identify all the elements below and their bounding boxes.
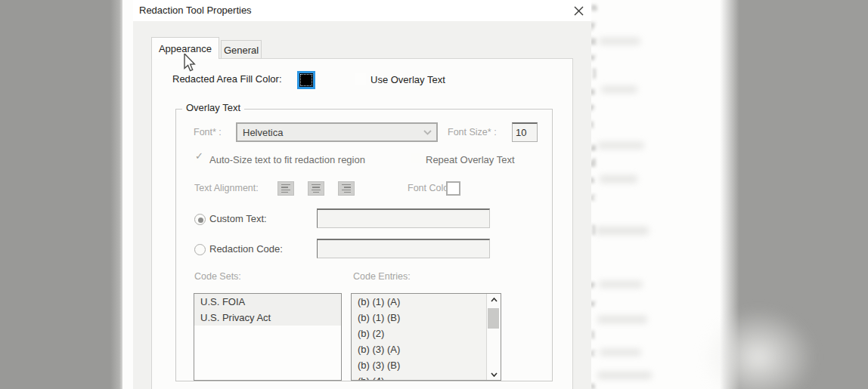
redaction-code-radio[interactable] bbox=[194, 244, 206, 255]
list-item[interactable]: (b) (3) (B) bbox=[352, 357, 487, 373]
close-button[interactable] bbox=[570, 2, 587, 19]
list-item[interactable]: (b) (3) (A) bbox=[352, 341, 487, 357]
list-item[interactable]: U.S. Privacy Act bbox=[194, 310, 341, 326]
font-size-input[interactable] bbox=[513, 124, 537, 141]
use-overlay-text-checkbox[interactable] bbox=[355, 73, 366, 85]
tab-general[interactable]: General bbox=[221, 40, 262, 59]
scrollbar-thumb[interactable] bbox=[488, 308, 499, 329]
autosize-label: Auto-Size text to fit redaction region bbox=[209, 154, 365, 165]
chevron-down-icon bbox=[491, 372, 498, 377]
overlay-text-group-title: Overlay Text bbox=[182, 102, 244, 113]
custom-text-input[interactable] bbox=[318, 210, 489, 227]
font-dropdown-value: Helvetica bbox=[237, 127, 418, 138]
blurred-text-smudge bbox=[599, 38, 640, 45]
autosize-checkbox[interactable]: ✓ bbox=[194, 153, 205, 163]
font-size-label: Font Size* : bbox=[448, 127, 497, 137]
code-sets-label: Code Sets: bbox=[194, 271, 241, 282]
fill-color-swatch[interactable] bbox=[297, 71, 315, 89]
text-alignment-label: Text Alignment: bbox=[194, 183, 259, 193]
repeat-overlay-label: Repeat Overlay Text bbox=[426, 154, 515, 165]
chevron-down-icon bbox=[418, 124, 436, 140]
list-item[interactable]: (b) (1) (A) bbox=[352, 294, 487, 310]
blurred-text-smudge bbox=[600, 349, 641, 356]
align-right-button[interactable] bbox=[338, 181, 355, 196]
list-item[interactable]: (b) (1) (B) bbox=[352, 310, 487, 326]
blurred-text-fragment: ] bbox=[591, 223, 595, 236]
repeat-overlay-checkbox[interactable] bbox=[411, 153, 421, 163]
scrollbar[interactable] bbox=[486, 294, 501, 380]
font-dropdown[interactable]: Helvetica bbox=[236, 122, 438, 142]
list-item[interactable]: (b) (4) bbox=[352, 373, 487, 380]
align-left-button[interactable] bbox=[277, 181, 294, 196]
redaction-code-label: Redaction Code: bbox=[209, 243, 283, 255]
scroll-up-button[interactable] bbox=[487, 294, 501, 305]
blurred-text-smudge bbox=[601, 86, 637, 93]
code-sets-listbox[interactable]: U.S. FOIAU.S. Privacy Act bbox=[194, 293, 342, 381]
list-item[interactable]: (b) (2) bbox=[352, 326, 487, 341]
code-entries-listbox[interactable]: (b) (1) (A)(b) (1) (B)(b) (2)(b) (3) (A)… bbox=[351, 293, 501, 381]
redaction-code-input[interactable] bbox=[318, 240, 489, 258]
blurred-text-fragment: c bbox=[591, 190, 596, 203]
blurred-text-fragment: c bbox=[591, 346, 596, 359]
mouse-cursor bbox=[184, 54, 197, 76]
dialog-titlebar[interactable]: Redaction Tool Properties bbox=[133, 0, 591, 21]
code-entries-label: Code Entries: bbox=[353, 271, 411, 282]
custom-text-label: Custom Text: bbox=[209, 213, 267, 224]
blurred-text-smudge bbox=[597, 372, 652, 379]
blurred-text-smudge bbox=[599, 281, 643, 288]
blurred-text-smudge bbox=[597, 142, 644, 149]
blurred-text-fragment: ] bbox=[592, 66, 596, 79]
close-icon bbox=[574, 6, 584, 16]
custom-text-radio[interactable] bbox=[194, 214, 206, 225]
screen: nyitv]uetadsc]evlcs Redaction Tool Prope… bbox=[0, 0, 868, 389]
blurred-text-fragment: n bbox=[591, 1, 597, 14]
check-icon: ✓ bbox=[195, 150, 203, 162]
blurred-text-smudge bbox=[600, 175, 637, 183]
font-label: Font* : bbox=[194, 127, 222, 137]
code-entries-items: (b) (1) (A)(b) (1) (B)(b) (2)(b) (3) (A)… bbox=[352, 294, 487, 380]
blurred-text-smudge bbox=[596, 227, 649, 235]
blurred-highlight bbox=[702, 308, 815, 389]
scroll-down-button[interactable] bbox=[487, 369, 501, 380]
font-size-field[interactable] bbox=[512, 122, 538, 142]
list-item[interactable]: U.S. FOIA bbox=[194, 294, 341, 310]
chevron-up-icon bbox=[491, 298, 498, 302]
font-color-swatch[interactable] bbox=[446, 181, 460, 196]
redaction-code-field[interactable] bbox=[317, 239, 490, 258]
use-overlay-text-label: Use Overlay Text bbox=[370, 74, 445, 85]
custom-text-field[interactable] bbox=[317, 208, 490, 228]
dialog-title: Redaction Tool Properties bbox=[139, 5, 252, 16]
blurred-text-fragment: l bbox=[591, 329, 594, 341]
blurred-app-background-left bbox=[0, 0, 122, 389]
blurred-text-smudge bbox=[597, 316, 647, 323]
align-center-button[interactable] bbox=[308, 181, 324, 196]
blurred-text-fragment: a bbox=[591, 140, 596, 153]
